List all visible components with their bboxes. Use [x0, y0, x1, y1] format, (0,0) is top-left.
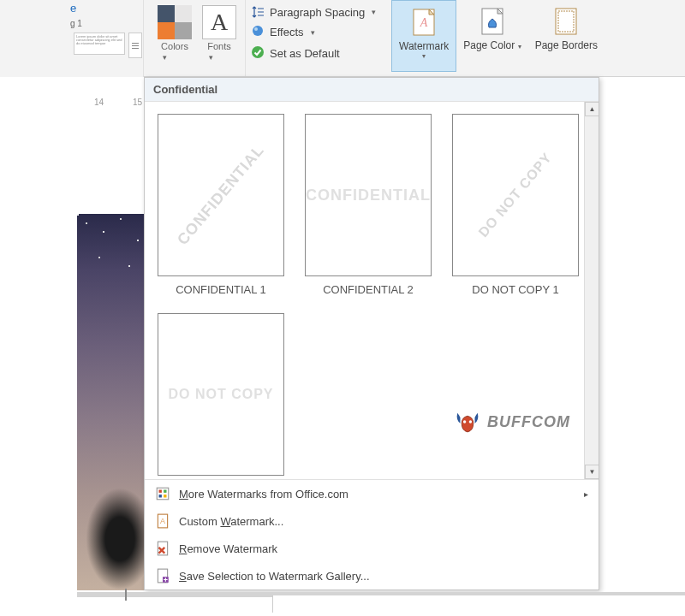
formatting-options: Paragraph Spacing ▾ Effects ▾ Set as Def… [246, 0, 391, 76]
watermark-button[interactable]: A Watermark ▾ [391, 0, 456, 72]
paragraph-spacing-label: Paragraph Spacing [270, 6, 365, 19]
watermark-option[interactable]: CONFIDENTIAL CONFIDENTIAL 2 [304, 114, 432, 296]
save-gallery-icon [155, 568, 170, 583]
fonts-group[interactable]: A Fonts▾ [197, 0, 246, 76]
svg-text:A: A [420, 16, 428, 29]
set-default-label: Set as Default [270, 47, 340, 60]
style-title-fragment: e [70, 2, 76, 15]
watermark-thumbnail: DO NOT COPY [452, 114, 579, 276]
watermark-gallery: Confidential CONFIDENTIAL CONFIDENTIAL 1… [144, 77, 599, 590]
chevron-down-icon: ▾ [209, 53, 213, 62]
horizontal-ruler: 14 15 [0, 96, 144, 111]
watermark-caption: CONFIDENTIAL 1 [176, 283, 266, 296]
style-heading-fragment: g 1 [70, 19, 82, 28]
gallery-section-header: Confidential [145, 78, 599, 102]
svg-rect-15 [164, 490, 166, 493]
watermark-thumbnail: CONFIDENTIAL [158, 114, 284, 276]
page-color-button[interactable]: Page Color ▾ [456, 0, 527, 72]
overlay-watermark-logo: BUFFCOM [453, 407, 570, 436]
svg-point-5 [252, 46, 264, 58]
more-watermarks-item[interactable]: More Watermarks from Office.com ▸ [145, 480, 599, 507]
watermark-caption: DO NOT COPY 1 [472, 283, 558, 296]
watermark-icon: A [410, 8, 438, 38]
svg-rect-9 [556, 9, 576, 34]
next-page-edge [272, 595, 685, 613]
office-icon [155, 486, 170, 501]
fonts-label: Fonts [207, 41, 231, 51]
page-color-icon [479, 7, 506, 38]
ruler-tick: 15 [133, 98, 142, 107]
gallery-scrollbar[interactable]: ▲ ▼ [584, 102, 599, 479]
svg-point-4 [254, 27, 258, 31]
svg-point-3 [253, 26, 263, 36]
svg-text:A: A [160, 517, 165, 525]
page-borders-button[interactable]: Page Borders [528, 0, 605, 72]
check-icon [251, 45, 265, 62]
watermark-thumbnail: DO NOT COPY [158, 313, 284, 476]
page-icon: A [155, 513, 170, 529]
watermark-caption: CONFIDENTIAL 2 [323, 283, 414, 296]
chevron-down-icon: ▾ [518, 43, 521, 50]
colors-icon [158, 5, 192, 39]
svg-rect-14 [159, 490, 162, 493]
submenu-arrow-icon: ▸ [584, 489, 588, 499]
scroll-up-button[interactable]: ▲ [585, 102, 599, 116]
chevron-down-icon: ▾ [422, 52, 426, 60]
watermark-option[interactable]: CONFIDENTIAL CONFIDENTIAL 1 [157, 114, 285, 296]
watermark-thumbnail: CONFIDENTIAL [305, 114, 432, 276]
svg-rect-17 [164, 495, 166, 497]
save-selection-item[interactable]: Save Selection to Watermark Gallery... [145, 562, 599, 589]
set-default-button[interactable]: Set as Default [251, 45, 386, 62]
chevron-down-icon: ▾ [372, 8, 376, 16]
paragraph-spacing-button[interactable]: Paragraph Spacing ▾ [251, 5, 386, 19]
chevron-down-icon: ▾ [163, 53, 167, 62]
remove-watermark-label: Remove Watermark [179, 542, 277, 555]
page-color-label: Page Color [463, 39, 515, 51]
effects-icon [251, 24, 265, 40]
custom-watermark-item[interactable]: A Custom Watermark... [145, 507, 599, 535]
svg-point-12 [469, 420, 472, 423]
save-selection-label: Save Selection to Watermark Gallery... [179, 570, 370, 583]
watermark-label: Watermark [399, 40, 449, 52]
page-borders-icon [552, 7, 580, 38]
effects-label: Effects [270, 26, 304, 38]
watermark-menu-footer: More Watermarks from Office.com ▸ A Cust… [145, 479, 599, 589]
effects-button[interactable]: Effects ▾ [251, 24, 386, 40]
svg-point-11 [463, 420, 466, 423]
colors-group[interactable]: Colors▾ [152, 0, 197, 76]
page-borders-label: Page Borders [535, 39, 598, 51]
watermark-option[interactable]: DO NOT COPY DO NOT COPY 1 [451, 114, 580, 296]
style-sample-box: Lorem ipsum dolor sit amet consectetur a… [74, 33, 125, 55]
scroll-down-button[interactable]: ▼ [585, 465, 599, 479]
ruler-tick: 14 [94, 98, 104, 107]
remove-icon [155, 541, 170, 556]
svg-rect-13 [157, 488, 169, 500]
styles-gallery-fragment: e g 1 Lorem ipsum dolor sit amet consect… [0, 0, 144, 77]
svg-rect-16 [159, 495, 162, 497]
more-watermarks-label: ore Watermarks from Office.com [188, 488, 348, 500]
fonts-icon: A [202, 5, 236, 39]
colors-label: Colors [161, 41, 188, 51]
watermark-option[interactable]: DO NOT COPY DO NOT COPY 2 [157, 313, 285, 479]
buffcom-icon [453, 407, 482, 436]
remove-watermark-item[interactable]: Remove Watermark [145, 535, 599, 562]
styles-more-button[interactable] [128, 33, 142, 58]
paragraph-spacing-icon [251, 5, 265, 19]
chevron-down-icon: ▾ [311, 28, 315, 37]
custom-watermark-label: Custom Watermark... [179, 515, 283, 528]
buffcom-text: BUFFCOM [487, 413, 570, 431]
